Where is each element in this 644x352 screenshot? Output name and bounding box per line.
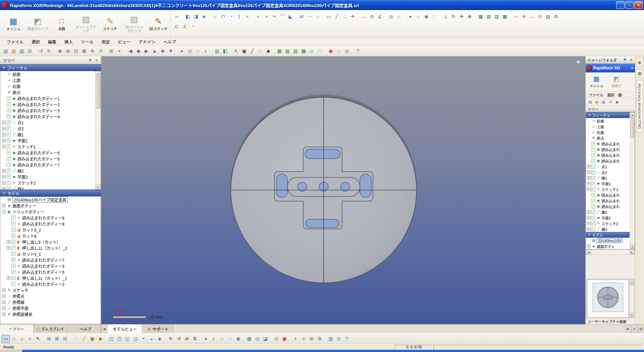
expander-icon[interactable]: + <box>2 312 6 316</box>
tree-item[interactable]: ▱ 前面 <box>0 71 95 77</box>
tree-item[interactable]: ✓ ◉ 読み込まれたボディー2 <box>0 101 95 107</box>
captured-menu-item[interactable]: ファイル <box>587 92 605 98</box>
visibility-checkbox[interactable]: ✓ <box>7 163 11 167</box>
capture-thumbnail[interactable] <box>587 280 629 318</box>
maximize-button[interactable]: □ <box>625 1 634 9</box>
expander-icon[interactable]: + <box>587 222 591 225</box>
mini-open-icon[interactable]: ▦ <box>594 99 600 105</box>
ribbon-button[interactable]: ▦ メッシュ <box>1 11 25 37</box>
sweep-feature-icon[interactable]: ∫ <box>235 13 243 20</box>
show-wireframe-icon[interactable]: ○ <box>414 13 422 20</box>
menu-item[interactable]: 測定 <box>98 37 114 46</box>
transparency-toggle-icon[interactable]: ◎ <box>253 335 261 343</box>
visibility-checkbox[interactable]: ✓ <box>7 175 11 179</box>
tree-item[interactable]: + ✓ ▰ 平面1 <box>586 181 630 186</box>
visibility-checkbox[interactable]: ✓ <box>7 132 11 136</box>
unit-settings-icon[interactable]: ≡ <box>300 335 308 343</box>
rotate-cw-icon[interactable]: ↻ <box>167 335 175 343</box>
orient-iso-icon[interactable]: ◈ <box>156 335 164 343</box>
tree-item[interactable]: ▱ 右面 <box>0 83 95 89</box>
tree-item[interactable]: + ✓ ✎ スケッチ2 <box>0 180 95 186</box>
expander-icon[interactable] <box>587 125 591 128</box>
redo-icon[interactable]: ↻ <box>45 47 53 55</box>
menu-item[interactable]: ツール <box>77 37 98 46</box>
expander-icon[interactable] <box>587 193 591 197</box>
expander-icon[interactable] <box>587 130 591 134</box>
snapshot-view-icon[interactable]: ⊙ <box>536 13 544 20</box>
expander-icon[interactable] <box>7 222 10 226</box>
visibility-checkbox[interactable]: ✓ <box>7 108 11 112</box>
scroll-left-icon[interactable]: ◀ <box>586 250 591 255</box>
loft-wizard-icon[interactable]: ◈ <box>200 13 208 20</box>
tree-item[interactable]: + ✓ ╱ 線2 <box>0 168 95 174</box>
fillet-feature-icon[interactable]: ⌒ <box>278 13 286 20</box>
linear-pattern-icon[interactable]: ⋯ <box>306 13 314 20</box>
expander-icon[interactable] <box>587 148 591 151</box>
clip-plane-icon[interactable]: ▥ <box>213 47 221 55</box>
tab-scroll-right-icon[interactable]: ▶ <box>625 325 631 333</box>
expander-icon[interactable] <box>587 204 591 208</box>
select-paintbrush-icon[interactable]: ✎ <box>34 335 42 343</box>
region-toggle-icon[interactable]: ▧ <box>485 13 493 20</box>
visibility-checkbox[interactable]: ✓ <box>591 193 595 197</box>
bottom-slot[interactable] <box>306 219 339 228</box>
top-slot[interactable] <box>305 149 340 159</box>
menu-item[interactable]: 編集 <box>44 37 60 46</box>
ribbon-button[interactable]: ✎ スケッチ <box>98 11 122 37</box>
pan-tool-icon[interactable]: ✛ <box>458 13 466 20</box>
tree-item[interactable]: + ✓ ╱ 線2 <box>586 209 630 215</box>
tree-item[interactable]: + ✓ ◧ 押し出し9（カット） <box>0 239 101 245</box>
tree-item[interactable]: ✓ ◉ 読み込まれたボディー1 <box>0 95 95 101</box>
select-invert-icon[interactable]: ⊟ <box>61 335 69 343</box>
accuracy-analyzer-tab[interactable]: Accuracy Analyzer(TM) <box>636 80 643 133</box>
expander-icon[interactable] <box>2 163 6 167</box>
mini-new-icon[interactable]: ▤ <box>587 99 593 105</box>
tree-item[interactable]: + ◈ 曲面ボディ <box>586 243 630 249</box>
mesh-toggle-icon[interactable]: ▦ <box>477 13 485 20</box>
rotate-ccw-icon[interactable]: ↺ <box>175 335 183 343</box>
spin-view-icon[interactable]: ↻ <box>449 13 458 20</box>
tree-item[interactable]: ✓ ● 読み込まれたボディー2 <box>0 281 101 287</box>
tree-item[interactable]: ✓ ◉ 読み込まれたボディー5 <box>0 150 95 156</box>
display-hidden-line-icon[interactable]: ◎ <box>186 47 194 55</box>
region-visibility-icon[interactable]: ▧ <box>283 47 291 55</box>
orient-back-icon[interactable]: ◳ <box>115 335 123 343</box>
normal-view-icon[interactable]: ⊥ <box>441 13 449 20</box>
expander-icon[interactable] <box>7 234 10 238</box>
section-view-icon[interactable]: ◧ <box>221 47 229 55</box>
menu-item[interactable]: ヘルプ <box>159 37 180 46</box>
viewport-pin-icon[interactable]: ⚑ <box>576 59 581 66</box>
ribbon-button[interactable]: ▧ 3Dメッシュスケッチ <box>122 11 146 37</box>
visibility-checkbox[interactable]: ✓ <box>11 222 15 226</box>
primitive-solid-icon[interactable]: ⌂ <box>211 13 219 20</box>
flip-vertical-icon[interactable]: ⇅ <box>191 335 199 343</box>
deviation-check-icon[interactable]: ◎ <box>387 13 395 20</box>
ref-point-tool-icon[interactable]: ∴ <box>341 13 349 20</box>
tree-item[interactable]: + ✓ ∴ 点2 <box>586 169 630 175</box>
pin-icon[interactable]: ⚑ <box>622 57 628 63</box>
scroll-down-icon[interactable]: ▼ <box>630 312 634 317</box>
tree-item[interactable]: + ✓ ∴ 点1 <box>0 119 95 125</box>
view-top-icon[interactable]: ▲ <box>151 47 159 55</box>
expander-icon[interactable] <box>587 153 591 157</box>
select-rectangle-icon[interactable]: ▭ <box>2 335 10 343</box>
visibility-checkbox[interactable]: ✓ <box>11 246 15 250</box>
ref-axis-tool-icon[interactable]: ✛ <box>349 13 357 20</box>
point-visibility-icon[interactable]: ∷ <box>316 47 324 55</box>
select-circle-icon[interactable]: ○ <box>10 335 18 343</box>
flip-horizontal-icon[interactable]: ⇄ <box>183 335 191 343</box>
visibility-checkbox[interactable]: ✓ <box>11 282 15 286</box>
select-vertex-icon[interactable]: ∴ <box>256 47 264 55</box>
zoom-fit-icon[interactable]: ⊠ <box>80 47 88 55</box>
visibility-checkbox[interactable]: ✓ <box>591 210 595 214</box>
tree-item[interactable]: + ▱ 参照平面 <box>0 305 101 311</box>
tree-item[interactable]: + ✓ ✎ スケッチ1 <box>0 143 95 150</box>
print-icon[interactable]: ⊟ <box>26 47 34 55</box>
viewport-3d[interactable]: ⚑ x 25 mm <box>101 56 585 324</box>
expander-icon[interactable]: + <box>2 204 6 208</box>
tree-item[interactable]: + ✓ ◧ 押し出し11（カット）_2 <box>0 245 101 251</box>
scroll-up-icon[interactable]: ▲ <box>96 71 101 76</box>
expander-icon[interactable] <box>2 115 6 118</box>
tree-item[interactable]: ✓ ◉ 読み込まれたボディー6 <box>0 156 95 162</box>
captured-ribbon-button[interactable]: ▦ メッシュ <box>587 73 606 90</box>
